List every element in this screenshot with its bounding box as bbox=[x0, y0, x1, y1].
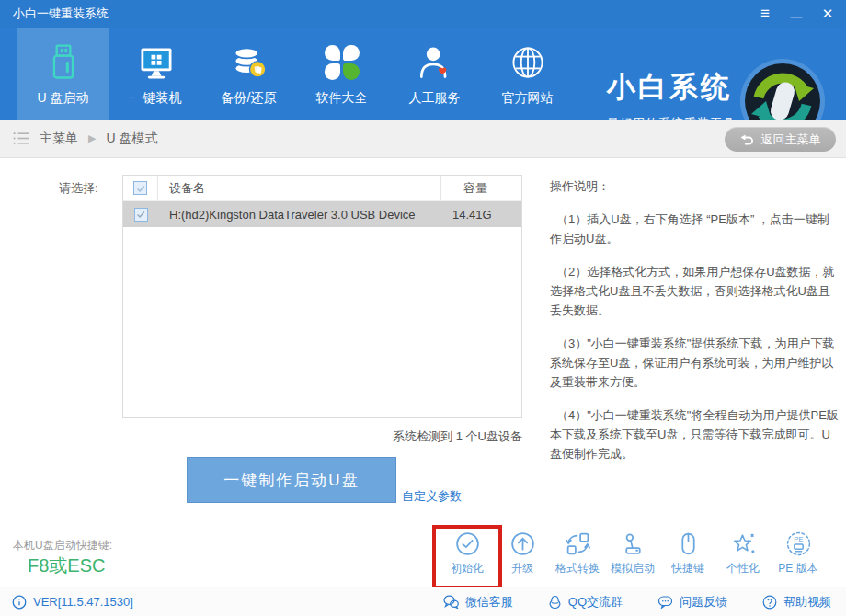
menu-icon[interactable]: ≡ bbox=[758, 6, 772, 21]
nav-item-software[interactable]: 软件大全 bbox=[295, 28, 388, 120]
back-arrow-icon bbox=[740, 134, 754, 145]
breadcrumb: 主菜单 ▶ U 盘模式 bbox=[0, 120, 846, 157]
detect-status-text: 系统检测到 1 个U盘设备 bbox=[122, 428, 522, 445]
instruction-step: （2）选择格式化方式，如果用户想保存U盘数据，就选择格式化U盘且不丢失数据，否则… bbox=[550, 262, 839, 320]
app-window: 小白一键重装系统 ≡ — ✕ U 盘启动 bbox=[0, 0, 846, 616]
device-capacity: 14.41G bbox=[440, 201, 521, 227]
nav-item-label: 官方网站 bbox=[502, 90, 554, 107]
instruction-step: （1）插入U盘，右下角选择 “PE版本” ，点击一键制作启动U盘。 bbox=[550, 210, 839, 248]
nav-item-label: 备份/还原 bbox=[222, 90, 277, 107]
nav-item-label: U 盘启动 bbox=[38, 90, 89, 107]
monitor-icon bbox=[135, 41, 177, 84]
column-header-device-name: 设备名 bbox=[158, 180, 440, 197]
table-header: 设备名 容量 bbox=[123, 176, 521, 201]
chevron-right-icon: ▶ bbox=[88, 132, 96, 144]
link-wechat-support[interactable]: 微信客服 bbox=[443, 594, 513, 610]
hotkey-value: F8或ESC bbox=[28, 553, 105, 578]
svg-text:PE: PE bbox=[794, 535, 803, 543]
link-feedback[interactable]: 问题反馈 bbox=[657, 594, 727, 610]
tool-pe-version[interactable]: PE PE 版本 bbox=[771, 530, 826, 576]
status-link-label: 微信客服 bbox=[465, 594, 513, 610]
nav-item-label: 一键装机 bbox=[131, 90, 182, 107]
select-all-checkbox[interactable] bbox=[133, 181, 147, 195]
tool-label: 初始化 bbox=[451, 561, 484, 576]
minimize-icon[interactable]: — bbox=[789, 9, 804, 24]
select-label: 请选择: bbox=[59, 180, 98, 197]
wechat-icon bbox=[443, 595, 459, 609]
back-button-label: 返回主菜单 bbox=[761, 131, 821, 148]
status-link-label: 帮助视频 bbox=[783, 594, 831, 610]
version-info[interactable]: VER[11.5.47.1530] bbox=[12, 595, 133, 610]
nav-item-label: 软件大全 bbox=[316, 90, 368, 107]
breadcrumb-bar: 主菜单 ▶ U 盘模式 返回主菜单 bbox=[0, 120, 846, 158]
database-icon bbox=[228, 41, 270, 84]
usb-drive-icon bbox=[42, 41, 85, 84]
qq-icon bbox=[548, 595, 562, 610]
list-icon bbox=[13, 131, 29, 145]
breadcrumb-current: U 盘模式 bbox=[106, 131, 157, 147]
tool-label: 升级 bbox=[511, 561, 533, 576]
version-text: VER[11.5.47.1530] bbox=[33, 595, 133, 609]
nav-item-backup-restore[interactable]: 备份/还原 bbox=[202, 28, 295, 120]
upgrade-arrow-icon bbox=[509, 530, 536, 557]
star-icon bbox=[730, 530, 757, 557]
window-title: 小白一键重装系统 bbox=[13, 0, 109, 28]
tool-label: 模拟启动 bbox=[611, 561, 655, 576]
link-help-video[interactable]: 帮助视频 bbox=[762, 594, 831, 610]
instruction-step: （4）"小白一键重装系统"将全程自动为用户提供PE版本下载及系统下载至U盘，只需… bbox=[550, 405, 839, 463]
title-bar: 小白一键重装系统 ≡ — ✕ bbox=[0, 0, 846, 28]
tool-label: 快捷键 bbox=[671, 561, 704, 576]
info-icon bbox=[12, 595, 27, 610]
make-boot-usb-button[interactable]: 一键制作启动U盘 bbox=[187, 457, 396, 503]
breadcrumb-root[interactable]: 主菜单 bbox=[40, 131, 78, 147]
init-check-icon bbox=[454, 530, 481, 557]
tool-label: PE 版本 bbox=[778, 561, 817, 576]
status-bar: VER[11.5.47.1530] 微信客服 QQ交流群 bbox=[0, 587, 846, 616]
hotkey-label: 本机U盘启动快捷键: bbox=[13, 538, 112, 553]
tool-init[interactable]: 初始化 bbox=[440, 530, 495, 576]
tool-hotkey[interactable]: 快捷键 bbox=[660, 530, 715, 576]
status-links: 微信客服 QQ交流群 问题反馈 bbox=[443, 594, 831, 610]
globe-icon bbox=[507, 41, 549, 84]
device-checkbox[interactable] bbox=[134, 208, 148, 222]
joystick-icon bbox=[620, 530, 646, 557]
instructions-panel: 操作说明： （1）插入U盘，右下角选择 “PE版本” ，点击一键制作启动U盘。 … bbox=[550, 177, 839, 477]
column-header-capacity: 容量 bbox=[440, 176, 521, 200]
tool-label: 格式转换 bbox=[555, 561, 600, 576]
mouse-icon bbox=[675, 530, 702, 557]
window-controls: ≡ — ✕ bbox=[758, 0, 835, 28]
help-circle-icon bbox=[762, 595, 777, 610]
tool-upgrade[interactable]: 升级 bbox=[495, 530, 550, 576]
tool-simulate-boot[interactable]: 模拟启动 bbox=[605, 530, 660, 576]
instruction-step: （3）"小白一键重装系统"提供系统下载，为用户下载系统保存至U盘，保证用户有系统… bbox=[550, 334, 839, 392]
tool-label: 个性化 bbox=[726, 561, 760, 576]
custom-params-link[interactable]: 自定义参数 bbox=[402, 488, 462, 505]
status-link-label: QQ交流群 bbox=[568, 594, 623, 610]
status-link-label: 问题反馈 bbox=[680, 594, 727, 610]
feedback-bubble-icon bbox=[657, 595, 673, 609]
table-row[interactable]: H:(hd2)Kingston DataTraveler 3.0 USB Dev… bbox=[123, 201, 521, 227]
nav-item-one-key-install[interactable]: 一键装机 bbox=[109, 28, 202, 120]
link-qq-group[interactable]: QQ交流群 bbox=[548, 594, 623, 610]
tool-format-convert[interactable]: 格式转换 bbox=[550, 530, 605, 576]
format-convert-icon bbox=[565, 530, 591, 557]
device-table: 设备名 容量 H:(hd2)Kingston DataTraveler 3.0 … bbox=[122, 175, 522, 418]
tool-personalize[interactable]: 个性化 bbox=[715, 530, 771, 576]
instructions-title: 操作说明： bbox=[550, 177, 839, 196]
nav-item-usb-boot[interactable]: U 盘启动 bbox=[17, 28, 109, 120]
nav-item-human-service[interactable]: 人工服务 bbox=[388, 28, 481, 120]
brand-title: 小白系统 bbox=[607, 68, 736, 107]
nav-item-label: 人工服务 bbox=[409, 90, 461, 107]
back-to-main-menu-button[interactable]: 返回主菜单 bbox=[725, 127, 836, 152]
person-heart-icon bbox=[414, 41, 456, 84]
main-nav: U 盘启动 一键装机 bbox=[0, 28, 846, 120]
close-icon[interactable]: ✕ bbox=[820, 6, 835, 21]
footer-tools: 初始化 升级 格式转换 模拟启动 bbox=[440, 530, 826, 576]
pe-version-icon: PE bbox=[785, 530, 812, 557]
device-name: H:(hd2)Kingston DataTraveler 3.0 USB Dev… bbox=[158, 208, 440, 222]
nav-items: U 盘启动 一键装机 bbox=[17, 28, 574, 120]
clover-icon bbox=[321, 41, 363, 84]
nav-item-official-site[interactable]: 官方网站 bbox=[481, 28, 574, 120]
